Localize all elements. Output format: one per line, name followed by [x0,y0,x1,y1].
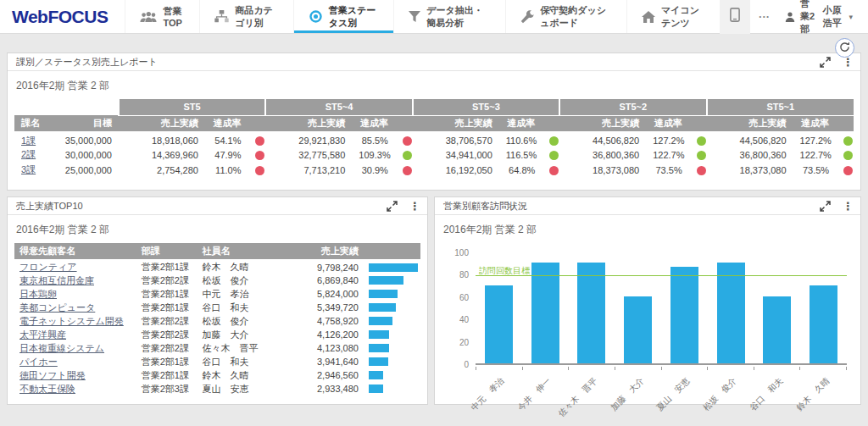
expand-icon[interactable] [820,201,831,212]
sales-value: 4,126,200 [278,328,364,341]
visit-bar[interactable] [485,285,513,363]
status-cell [542,163,559,178]
column-header: 達成率 [646,115,689,131]
column-header: 売上実績 [119,115,205,131]
bar-cell [364,301,420,314]
status-red-dot [843,166,853,175]
customer-link[interactable]: 徳田ソフト開発 [19,370,86,380]
table-row: 太平洋興産営業2部2課加藤 大介4,126,200 [14,328,420,341]
refresh-button[interactable] [835,38,854,58]
visit-bar[interactable] [531,263,559,363]
employee-value: 佐々木 晋平 [198,341,279,355]
sales-value: 9,798,240 [278,259,364,274]
customer-link[interactable]: 東京相互信用金庫 [19,275,94,285]
more-menu-button[interactable]: ··· [750,10,778,23]
filter-icon [409,11,420,23]
section-link[interactable]: 1課 [21,136,36,146]
nav-item-3[interactable]: 営業ステータス別 [293,0,394,33]
kebab-menu-icon[interactable]: ⋮ [409,201,420,212]
column-header: 得意先顧客名 [14,243,136,259]
table-row: 3課25,000,0002,754,28011.0%7,713,21030.9%… [14,163,854,178]
customer-link[interactable]: 美都コンピュータ [19,302,95,313]
user-menu[interactable]: 営業2部 小原 浩平 ▾ [778,0,860,36]
y-axis-tick-label: 80 [445,270,469,279]
sales-value: 36,800,360 [559,147,646,163]
customer-link[interactable]: 日本複重線システム [19,343,104,353]
sales-bar [369,303,396,312]
sales-value: 2,946,560 [278,368,364,382]
nav-item-4[interactable]: データ抽出・簡易分析 [393,0,505,33]
sales-value: 16,192,050 [413,163,499,178]
column-header [689,115,707,131]
kebab-menu-icon[interactable]: ⋮ [843,201,854,212]
employee-value: 松坂 俊介 [198,274,279,287]
refresh-icon [839,41,850,56]
expand-icon[interactable] [820,57,831,68]
target-line: 訪問回数目標 [476,275,847,276]
table-row: 不動太王保険営業2部3課夏山 安恵2,933,480 [14,382,420,396]
status-sales-report-panel: 課別／ステータス別売上レポート ⋮ 2016年2期 営業 2 部 ST5ST5~… [7,53,861,191]
sales-value: 5,824,000 [278,287,364,301]
customer-link[interactable]: 不動太王保険 [19,384,75,394]
visit-bar[interactable] [624,296,652,363]
status-red-dot [403,166,412,175]
status-cell [248,147,265,163]
group-header: ST5~2 [559,99,706,115]
sales-value: 32,775,580 [265,147,352,163]
expand-icon[interactable] [387,201,398,212]
kebab-menu-icon[interactable]: ⋮ [843,57,854,68]
column-header [542,115,559,131]
group-header-blank [14,99,119,115]
table-row: 美都コンピュータ営業2部1課谷口 和夫5,349,720 [14,301,420,314]
customer-link[interactable]: パイホー [19,357,58,367]
rate-value: 73.5% [793,163,837,178]
panel-tools: ⋮ [820,57,854,68]
section-link[interactable]: 3課 [21,164,36,174]
column-header: 売上実績 [559,115,646,131]
mobile-device-button[interactable] [720,0,750,34]
dept-value: 営業2部2課 [136,328,198,341]
status-red-dot [255,151,264,160]
visit-bar[interactable] [810,285,837,363]
sales-value: 3,941,640 [278,355,364,368]
nav-item-1[interactable]: 営業TOP [125,0,199,33]
customer-link[interactable]: 日本鶏卵 [19,289,57,299]
customer-link[interactable]: 太平洋興産 [19,329,66,340]
table-row: パイホー営業2部1課谷口 和夫3,941,640 [14,355,420,368]
x-axis-ticks [476,367,847,370]
x-axis-tick-label: 中元 孝治 [469,375,507,413]
sales-bar [369,344,389,352]
section-link[interactable]: 2課 [21,149,36,159]
status-green-dot [549,136,559,146]
sales-top10-panel: 売上実績TOP10 ⋮ 2016年2期 営業 2 部 得意先顧客名部課社員名売上… [7,196,428,405]
status-red-dot [255,136,264,146]
sales-value: 4,123,080 [278,341,364,355]
column-header: 売上実績 [265,115,352,131]
sales-bar [369,357,388,366]
rate-value: 127.2% [646,131,689,147]
visit-bar[interactable] [670,267,698,363]
nav-item-6[interactable]: マイコンテンツ [626,0,720,33]
user-department: 営業2部 [800,0,818,36]
status-cell [542,147,559,163]
status-green-dot [403,151,412,160]
status-cell [836,131,854,147]
status-red-dot [255,166,264,175]
visit-bar[interactable] [763,296,791,363]
nav-item-5[interactable]: 保守契約ダッシュボード [505,0,626,33]
visit-bar[interactable] [577,263,605,363]
customer-link[interactable]: フロンティア [19,262,77,272]
dept-value: 営業2部2課 [136,341,198,355]
visit-bar[interactable] [717,263,745,363]
customer-link[interactable]: 電子ネットシステム開発 [19,316,124,326]
status-green-dot [549,151,559,160]
nav-item-2[interactable]: 商品カテゴリ別 [199,0,292,33]
bar-cell [364,355,420,368]
bar-cell [364,368,420,382]
column-header: 達成率 [793,115,837,131]
sitemap-icon [214,10,229,23]
bar-cell [364,314,420,328]
dept-value: 営業2部1課 [136,368,198,382]
bar-slot [476,285,522,363]
bar-cell [364,382,420,396]
